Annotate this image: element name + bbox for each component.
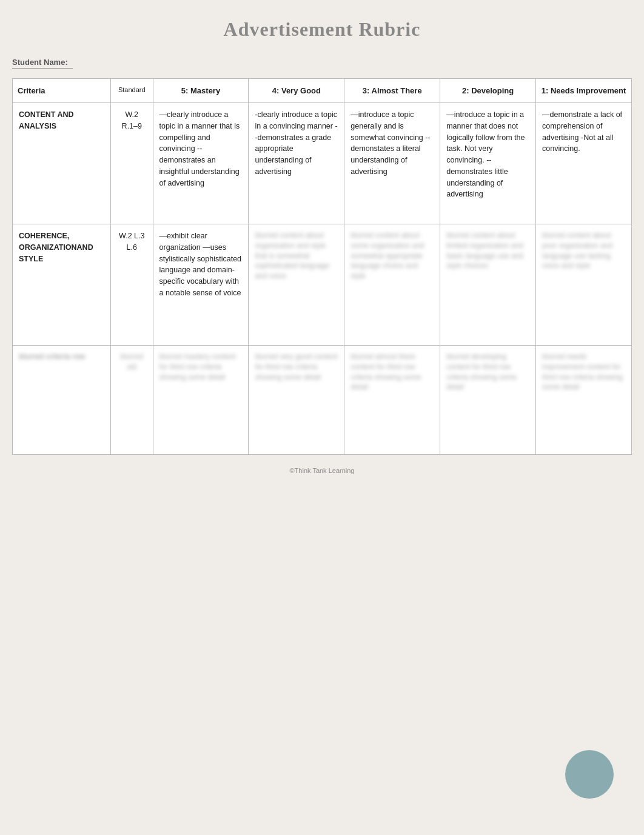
- developing-content-analysis: —introduce a topic in a manner that does…: [440, 103, 536, 224]
- header-mastery: 5: Mastery: [153, 79, 249, 103]
- developing-blurred: blurred developing content for third row…: [440, 346, 536, 455]
- standard-text: W.2 R.1–9: [122, 110, 142, 130]
- needs-improvement-text: blurred needs improvement content for th…: [542, 352, 623, 391]
- header-developing: 2: Developing: [440, 79, 536, 103]
- developing-text: —introduce a topic in a manner that does…: [446, 110, 525, 198]
- developing-text: blurred content about limited organizati…: [446, 231, 523, 270]
- criteria-text: CONTENT AND ANALYSIS: [19, 110, 74, 130]
- table-row: blurred criteria row blurred std blurred…: [13, 346, 632, 455]
- standard-blurred: blurred std: [111, 346, 153, 455]
- almost-there-text: —introduce a topic generally and is some…: [351, 110, 430, 176]
- very-good-text: blurred content about organization and s…: [255, 231, 329, 280]
- needs-improvement-content-analysis: —demonstrate a lack of comprehension of …: [536, 103, 632, 224]
- almost-there-text: blurred content about some organization …: [351, 231, 424, 280]
- criteria-text: COHERENCE, ORGANIZATIONAND STYLE: [19, 232, 93, 263]
- criteria-text: blurred criteria row: [19, 352, 85, 361]
- very-good-content-analysis: -clearly introduce a topic in a convinci…: [249, 103, 344, 224]
- needs-improvement-blurred: blurred needs improvement content for th…: [536, 346, 632, 455]
- needs-improvement-text: blurred content about poor organization …: [542, 231, 612, 270]
- mastery-text: blurred mastery content for third row cr…: [159, 352, 236, 381]
- very-good-blurred: blurred very good content for third row …: [249, 346, 344, 455]
- almost-there-content-analysis: —introduce a topic generally and is some…: [344, 103, 440, 224]
- footer-text: ©Think Tank Learning: [12, 467, 632, 474]
- very-good-coherence: blurred content about organization and s…: [249, 224, 344, 346]
- criteria-coherence: COHERENCE, ORGANIZATIONAND STYLE: [13, 224, 111, 346]
- almost-there-text: blurred almost there content for third r…: [351, 352, 421, 391]
- footer-area: ©Think Tank Learning: [12, 467, 632, 474]
- standard-text: W.2 L.3 L.6: [119, 232, 144, 252]
- needs-improvement-text: —demonstrate a lack of comprehension of …: [542, 110, 622, 153]
- almost-there-coherence: blurred content about some organization …: [344, 224, 440, 346]
- table-row: COHERENCE, ORGANIZATIONAND STYLE W.2 L.3…: [13, 224, 632, 346]
- table-header-row: Criteria Standard 5: Mastery 4: Very Goo…: [13, 79, 632, 103]
- header-almost-there: 3: Almost There: [344, 79, 440, 103]
- standard-coherence: W.2 L.3 L.6: [111, 224, 153, 346]
- profile-icon[interactable]: [565, 750, 614, 799]
- criteria-content-analysis: CONTENT AND ANALYSIS: [13, 103, 111, 224]
- table-row: CONTENT AND ANALYSIS W.2 R.1–9 —clearly …: [13, 103, 632, 224]
- rubric-table: Criteria Standard 5: Mastery 4: Very Goo…: [12, 78, 632, 455]
- student-name-row: Student Name:: [12, 58, 632, 69]
- very-good-text: blurred very good content for third row …: [255, 352, 337, 381]
- criteria-blurred: blurred criteria row: [13, 346, 111, 455]
- standard-content-analysis: W.2 R.1–9: [111, 103, 153, 224]
- mastery-blurred: blurred mastery content for third row cr…: [153, 346, 249, 455]
- header-needs-improvement: 1: Needs Improvement: [536, 79, 632, 103]
- standard-text: blurred std: [121, 352, 143, 371]
- header-criteria: Criteria: [13, 79, 111, 103]
- header-standard: Standard: [111, 79, 153, 103]
- very-good-text: -clearly introduce a topic in a convinci…: [255, 110, 337, 176]
- developing-text: blurred developing content for third row…: [446, 352, 517, 391]
- mastery-content-analysis: —clearly introduce a topic in a manner t…: [153, 103, 249, 224]
- needs-improvement-coherence: blurred content about poor organization …: [536, 224, 632, 346]
- mastery-coherence: —exhibit clear organization —uses stylis…: [153, 224, 249, 346]
- mastery-text: —clearly introduce a topic in a manner t…: [159, 110, 240, 187]
- developing-coherence: blurred content about limited organizati…: [440, 224, 536, 346]
- almost-there-blurred: blurred almost there content for third r…: [344, 346, 440, 455]
- mastery-text: —exhibit clear organization —uses stylis…: [159, 232, 241, 297]
- page-title: Advertisement Rubric: [12, 18, 632, 41]
- student-name-label: Student Name:: [12, 58, 73, 69]
- header-very-good: 4: Very Good: [249, 79, 344, 103]
